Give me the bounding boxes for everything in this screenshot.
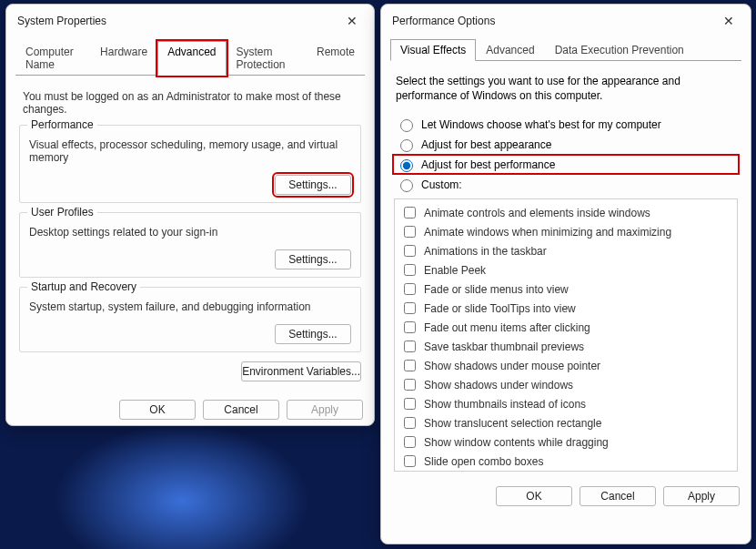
- sys-tab-computer-name[interactable]: Computer Name: [15, 41, 90, 76]
- checkbox-input[interactable]: [404, 245, 416, 257]
- checkbox-input[interactable]: [404, 398, 416, 410]
- perf-option[interactable]: Fade out menu items after clicking: [400, 318, 731, 337]
- perf-tab-visual-effects[interactable]: Visual Effects: [390, 39, 476, 61]
- ok-button[interactable]: OK: [496, 486, 572, 506]
- sys-tab-remote[interactable]: Remote: [307, 41, 365, 76]
- perf-option-label: Show shadows under windows: [424, 379, 573, 391]
- perf-option-label: Fade or slide ToolTips into view: [424, 302, 576, 315]
- perf-radio-adjust-for-best-performance[interactable]: Adjust for best performance: [394, 156, 738, 173]
- sys-tabstrip: Computer NameHardwareAdvancedSystem Prot…: [6, 36, 374, 76]
- perf-options-list[interactable]: Animate controls and elements inside win…: [394, 198, 738, 472]
- perf-radio-custom[interactable]: Custom:: [394, 176, 738, 193]
- radio-label: Let Windows choose what's best for my co…: [421, 118, 661, 131]
- perf-option[interactable]: Enable Peek: [400, 260, 731, 280]
- groupbox-desc: System startup, system failure, and debu…: [29, 300, 351, 313]
- performance-options-window: Performance Options ✕ Visual EffectsAdva…: [380, 4, 751, 544]
- radio-input[interactable]: [400, 159, 413, 172]
- perf-option-label: Save taskbar thumbnail previews: [424, 341, 584, 353]
- radio-label: Custom:: [421, 178, 462, 191]
- groupbox-legend: Performance: [27, 118, 97, 131]
- apply-button[interactable]: Apply: [663, 486, 740, 506]
- environment-variables-button[interactable]: Environment Variables...: [241, 361, 361, 381]
- apply-button[interactable]: Apply: [287, 400, 363, 420]
- checkbox-input[interactable]: [404, 341, 416, 352]
- perf-dialog-buttons: OK Cancel Apply: [381, 477, 751, 517]
- close-icon[interactable]: ✕: [716, 12, 741, 30]
- groupbox-performance: PerformanceVisual effects, processor sch…: [19, 125, 361, 203]
- perf-radio-adjust-for-best-appearance[interactable]: Adjust for best appearance: [394, 136, 738, 153]
- perf-tabstrip: Visual EffectsAdvancedData Execution Pre…: [381, 36, 751, 61]
- settings-button[interactable]: Settings...: [275, 249, 351, 269]
- perf-option[interactable]: Show shadows under mouse pointer: [400, 356, 731, 375]
- groupbox-legend: Startup and Recovery: [27, 280, 140, 293]
- perf-titlebar[interactable]: Performance Options ✕: [381, 5, 751, 36]
- checkbox-input[interactable]: [404, 360, 416, 371]
- checkbox-input[interactable]: [404, 436, 416, 448]
- sys-tab-hardware[interactable]: Hardware: [90, 41, 157, 76]
- groupbox-legend: User Profiles: [27, 206, 97, 219]
- sys-tab-system-protection[interactable]: System Protection: [227, 41, 307, 76]
- checkbox-input[interactable]: [404, 283, 416, 295]
- system-properties-window: System Properties ✕ Computer NameHardwar…: [5, 4, 375, 426]
- perf-option-label: Show thumbnails instead of icons: [424, 398, 586, 411]
- sys-content: You must be logged on as an Administrato…: [6, 76, 374, 391]
- perf-option[interactable]: Show shadows under windows: [400, 375, 731, 394]
- groupbox-desc: Desktop settings related to your sign-in: [29, 226, 351, 239]
- checkbox-input[interactable]: [404, 302, 416, 314]
- radio-input[interactable]: [400, 179, 413, 192]
- perf-tab-data-execution-prevention[interactable]: Data Execution Prevention: [545, 39, 694, 61]
- checkbox-input[interactable]: [404, 264, 416, 276]
- groupbox-startup-and-recovery: Startup and RecoverySystem startup, syst…: [19, 287, 361, 352]
- perf-option[interactable]: Slide open combo boxes: [400, 452, 731, 471]
- perf-option[interactable]: Save taskbar thumbnail previews: [400, 337, 731, 356]
- perf-option-label: Fade out menu items after clicking: [424, 321, 590, 334]
- checkbox-input[interactable]: [404, 321, 416, 333]
- perf-title: Performance Options: [392, 15, 495, 27]
- perf-tab-advanced[interactable]: Advanced: [476, 39, 544, 61]
- cancel-button[interactable]: Cancel: [580, 486, 656, 506]
- perf-option[interactable]: Smooth edges of screen fonts: [400, 471, 731, 472]
- groupbox-user-profiles: User ProfilesDesktop settings related to…: [19, 212, 361, 278]
- checkbox-input[interactable]: [404, 455, 416, 467]
- sys-admin-note: You must be logged on as an Administrato…: [23, 90, 358, 116]
- perf-option-label: Animations in the taskbar: [424, 245, 547, 258]
- settings-button[interactable]: Settings...: [275, 175, 351, 195]
- ok-button[interactable]: OK: [119, 400, 196, 420]
- radio-input[interactable]: [400, 119, 413, 132]
- perf-option[interactable]: Fade or slide menus into view: [400, 280, 731, 299]
- perf-option[interactable]: Animate controls and elements inside win…: [400, 203, 731, 222]
- perf-option-label: Enable Peek: [424, 264, 486, 277]
- perf-intro-text: Select the settings you want to use for …: [396, 74, 736, 103]
- perf-option[interactable]: Show thumbnails instead of icons: [400, 394, 731, 413]
- checkbox-input[interactable]: [404, 417, 416, 429]
- perf-option-label: Animate windows when minimizing and maxi…: [424, 226, 671, 239]
- radio-label: Adjust for best appearance: [421, 138, 551, 151]
- sys-title: System Properties: [17, 15, 106, 27]
- checkbox-input[interactable]: [404, 207, 416, 219]
- perf-option-label: Show translucent selection rectangle: [424, 417, 601, 430]
- perf-option[interactable]: Animations in the taskbar: [400, 241, 731, 260]
- perf-option-label: Show window contents while dragging: [424, 436, 609, 449]
- checkbox-input[interactable]: [404, 226, 416, 238]
- sys-tab-advanced[interactable]: Advanced: [157, 41, 226, 76]
- sys-dialog-buttons: OK Cancel Apply: [6, 391, 374, 431]
- cancel-button[interactable]: Cancel: [203, 400, 279, 420]
- sys-titlebar[interactable]: System Properties ✕: [6, 5, 374, 36]
- checkbox-input[interactable]: [404, 379, 416, 391]
- perf-option-label: Fade or slide menus into view: [424, 283, 569, 296]
- perf-option[interactable]: Animate windows when minimizing and maxi…: [400, 222, 731, 241]
- radio-input[interactable]: [400, 139, 413, 152]
- perf-option-label: Animate controls and elements inside win…: [424, 207, 650, 219]
- perf-content: Select the settings you want to use for …: [381, 61, 751, 477]
- settings-button[interactable]: Settings...: [275, 324, 351, 344]
- radio-label: Adjust for best performance: [421, 158, 555, 171]
- groupbox-desc: Visual effects, processor scheduling, me…: [29, 138, 351, 164]
- perf-option[interactable]: Show window contents while dragging: [400, 432, 731, 452]
- perf-radio-group: Let Windows choose what's best for my co…: [394, 116, 738, 193]
- perf-option-label: Show shadows under mouse pointer: [424, 360, 600, 372]
- perf-option-label: Slide open combo boxes: [424, 455, 543, 468]
- perf-option[interactable]: Show translucent selection rectangle: [400, 413, 731, 432]
- perf-radio-let-windows-choose-what-s-best-for-my-computer[interactable]: Let Windows choose what's best for my co…: [394, 116, 738, 133]
- perf-option[interactable]: Fade or slide ToolTips into view: [400, 299, 731, 318]
- close-icon[interactable]: ✕: [339, 12, 365, 30]
